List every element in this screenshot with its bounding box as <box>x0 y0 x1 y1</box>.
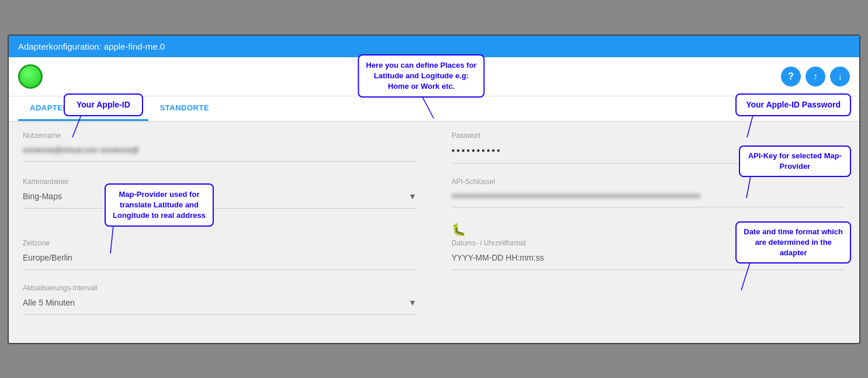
help-button[interactable]: ? <box>781 67 801 86</box>
col-zeitzone: Zeitzone Europe/Berlin <box>23 239 416 272</box>
col-nutzername: Your Apple-ID Nutzername someone@icloud.… <box>23 131 416 166</box>
tab-standorte[interactable]: STANDORTE <box>148 96 221 121</box>
row-credentials: Your Apple-ID Nutzername someone@icloud.… <box>23 131 845 166</box>
kartenanbieter-field: Kartenanbieter Bing-Maps ▼ <box>23 178 416 209</box>
api-field: API-Schlüssel xxxxxxxxxxxxxxxxxxxxxxxxxx… <box>452 178 845 207</box>
header-icons: ? ↑ ↓ <box>781 67 850 86</box>
svg-line-0 <box>422 96 434 119</box>
col-datetime: Date and time format which are determine… <box>452 239 845 272</box>
zeitzone-label: Zeitzone <box>23 239 416 247</box>
row-map: Map-Provider used for translate Latitude… <box>23 178 845 211</box>
kartenanbieter-label: Kartenanbieter <box>23 178 416 186</box>
svg-line-3 <box>110 226 113 254</box>
apple-id-callout: Your Apple-ID <box>64 93 143 117</box>
col-empty2 <box>452 284 845 317</box>
interval-dropdown[interactable]: Alle 5 Minuten ▼ <box>23 296 416 310</box>
zeitzone-value: Europe/Berlin <box>23 251 416 265</box>
standorte-callout: Here you can define Places for Latitude … <box>358 54 485 98</box>
kartenanbieter-arrow: ▼ <box>408 192 416 201</box>
datetime-callout: Date and time format which are determine… <box>735 221 851 264</box>
interval-label: Aktualisierungs-Intervall <box>23 284 416 292</box>
zeitzone-field: Zeitzone Europe/Berlin <box>23 239 416 270</box>
svg-line-5 <box>741 262 750 290</box>
col-kartenanbieter: Map-Provider used for translate Latitude… <box>23 178 416 211</box>
upload-button[interactable]: ↑ <box>805 67 825 86</box>
nutzername-value: someone@icloud.com someone@ <box>23 143 416 157</box>
download-button[interactable]: ↓ <box>830 67 850 86</box>
svg-line-4 <box>747 176 751 198</box>
row-timezone: Zeitzone Europe/Berlin Date and time for… <box>23 239 845 272</box>
api-key-callout: API-Key for selected Map- Provider <box>739 145 851 177</box>
interval-field: Aktualisierungs-Intervall Alle 5 Minuten… <box>23 284 416 315</box>
svg-line-2 <box>747 115 753 137</box>
kartenanbieter-value: Bing-Maps <box>23 189 62 203</box>
interval-arrow: ▼ <box>408 298 416 307</box>
map-provider-callout: Map-Provider used for translate Latitude… <box>105 183 214 227</box>
api-value: xxxxxxxxxxxxxxxxxxxxxxxxxxxxxxxxxxxxxxxx… <box>452 189 845 202</box>
adapter-icon <box>18 64 43 89</box>
col-api: API-Key for selected Map- Provider API-S… <box>452 178 845 211</box>
col-empty1 <box>23 223 416 237</box>
window-title: Adapterkonfiguration: apple-find-me.0 <box>18 41 165 51</box>
col-interval: Aktualisierungs-Intervall Alle 5 Minuten… <box>23 284 416 317</box>
svg-line-1 <box>72 115 81 137</box>
main-form: Your Apple-ID Nutzername someone@icloud.… <box>9 122 859 331</box>
kartenanbieter-dropdown[interactable]: Bing-Maps ▼ <box>23 189 416 203</box>
main-window: Adapterkonfiguration: apple-find-me.0 He… <box>8 34 860 344</box>
api-label: API-Schlüssel <box>452 178 845 186</box>
row-interval: Aktualisierungs-Intervall Alle 5 Minuten… <box>23 284 845 317</box>
header-area: Here you can define Places for Latitude … <box>9 57 859 96</box>
interval-value: Alle 5 Minuten <box>23 296 75 310</box>
content-area: Your Apple-ID Nutzername someone@icloud.… <box>9 122 859 343</box>
apple-id-password-callout: Your Apple-ID Password <box>735 93 851 117</box>
